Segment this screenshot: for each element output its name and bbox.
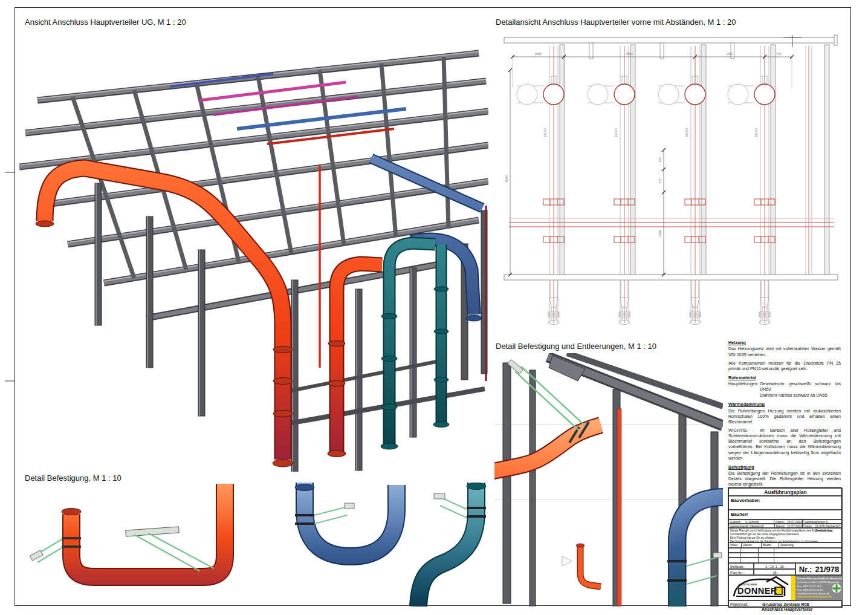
svg-text:3853: 3853 [626, 52, 633, 56]
view3-title: Detail Befestigung und Entleerungen, M 1… [496, 342, 656, 351]
view3-detail-drawing [494, 353, 723, 607]
hauptleitungen-label: Hauptleitungen: [728, 382, 760, 392]
plannr-value: - 15 - [754, 569, 795, 575]
svg-text:715: 715 [776, 52, 782, 56]
index-empty-row [728, 548, 843, 553]
notes-daemmung-title: Wärmedämmung [728, 402, 841, 407]
index-col: Index [729, 543, 742, 547]
riser-group: DN150 [658, 45, 706, 325]
dimension-labels-top: 1650 3853 2097 715 [534, 52, 781, 56]
svg-text:1368: 1368 [658, 230, 662, 236]
riser-partial [806, 45, 829, 276]
bauherr-box: Bauherr [728, 510, 843, 519]
notes-daemmung-p2: WICHTIG - Im Bereich aller Rollengleiter… [728, 428, 841, 461]
datum2-value: 11.07.2022 [787, 524, 802, 527]
bauherr-label: Bauherr [729, 510, 842, 517]
view4-detail-drawing [19, 483, 490, 607]
svg-text:1650: 1650 [534, 52, 542, 56]
notes-heizung-title: Heizung [728, 340, 841, 345]
notes-rohrmaterial-title: Rohrmaterial [728, 375, 841, 380]
detail-blue-ubend [295, 483, 397, 556]
hauptleitungen-label-spacer [728, 393, 760, 399]
hauptleitungen-value-2: Stahlrohr nahtlos schwarz ab DN65 [760, 393, 828, 399]
svg-text:571: 571 [658, 178, 662, 184]
plus-icon [832, 584, 841, 593]
aenderung-col: Änderung [779, 543, 794, 547]
svg-text:500: 500 [658, 157, 662, 163]
view2-elevation-drawing: DN150 [500, 34, 843, 331]
bearb-col: Bearb. [762, 543, 779, 547]
planinhalt-row-spacer [728, 600, 843, 608]
pipe-dn-label: DN150 [544, 128, 547, 137]
pipe-dn-label: DN150 [685, 128, 688, 137]
gezeichnet-row: Gezeichnet: A. Säuberlich Datum 11.07.20… [728, 524, 803, 528]
datei-row: Datei: 21-978-Zentrale.dwg [803, 524, 843, 528]
planinhalt-line2: Anschluss Hauptverteiler [762, 607, 812, 611]
view4-title: Detail Befestigung, M 1 : 10 [25, 473, 121, 483]
index-empty-row [728, 553, 843, 558]
sachbearbeiter-row: Sachbearbeiter: A. Säuberlich [803, 519, 843, 524]
datum2-label: Datum [774, 524, 788, 527]
donner-logo: HAUSTECHNIK DONNER [729, 576, 791, 600]
notes-befestigung-p1: Die Befestigung der Rohrleitungen ist in… [728, 471, 841, 487]
datum1-value: 15.07.2022 [787, 520, 802, 523]
top-beam [504, 35, 837, 59]
svg-text:4500: 4500 [505, 175, 508, 183]
bauvorhaben-label: Bauvorhaben [729, 496, 842, 503]
geprueft-label: Geprüft: [729, 520, 745, 523]
company-line: Donner Planung GmbH für Haustechnik [797, 577, 841, 581]
notes-heizung-p2: Alle Komponenten müssen für die Druckstu… [728, 361, 841, 372]
notes-heizung-p1: Das Heizungsnetz wird mit vollentsalzten… [728, 347, 841, 357]
pipe-dn-label: DN150 [755, 128, 758, 137]
hauptleitungen-value-1: Gewinderohr geschweißt schwarz bis DN50 [760, 382, 841, 392]
index-header-row: Index Datum Bearb. Änderung [728, 542, 843, 548]
sachbearbeiter-value: A. Säuberlich [826, 520, 842, 523]
notes-befestigung-title: Befestigung [728, 464, 841, 470]
datum1-label: Datum [774, 520, 787, 523]
view2-title: Detailansicht Anschluss Hauptverteiler v… [496, 18, 736, 27]
detail-teal-elbow [418, 483, 486, 607]
datei-label: Datei: [803, 524, 815, 527]
pipe-dn-label: DN150 [615, 128, 618, 137]
bottom-beam [504, 275, 838, 280]
gezeichnet-label: Gezeichnet: [729, 524, 746, 527]
dimension-chain-mid: 500 571 1368 [658, 148, 666, 276]
massstab-label: Maßstab: [728, 563, 754, 569]
white-arrow-marker [562, 556, 572, 566]
view1-isometric-drawing [19, 29, 488, 472]
geprueft-value: V. Schmid [745, 520, 774, 523]
drain-fittings [562, 544, 601, 587]
index-empty-row [728, 558, 843, 563]
riser-group: DN150 [517, 45, 565, 325]
datum-col: Datum [742, 543, 762, 547]
company-info-box: Donner Planung GmbH für Haustechnik Schw… [795, 576, 843, 600]
red-pipe-detail [494, 409, 621, 606]
orange-heating-pipes [36, 168, 382, 467]
disclaimer-box: Dieser Plan gilt nur in Verbindung mit d… [728, 528, 843, 542]
riser-group: DN150 [588, 45, 635, 325]
fold-mark-bottom [5, 380, 15, 382]
logo-underline [736, 596, 783, 597]
nr-value: 21/978 [815, 565, 839, 574]
fold-mark-top [5, 172, 15, 173]
geprueft-row: Geprüft: V. Schmid Datum 15.07.2022 [728, 519, 803, 524]
logo-brand: DONNER [737, 586, 777, 596]
riser-group: DN150 [728, 45, 776, 325]
titleblock-header: Ausführungsplan [728, 488, 843, 496]
logo-row: HAUSTECHNIK DONNER Donner Planung GmbH f… [728, 575, 843, 600]
notes-daemmung-p1: Die Rohrleitungen Heizung werden mit alu… [728, 409, 841, 425]
dimension-left: 4500 [505, 68, 512, 276]
svg-text:2097: 2097 [727, 52, 734, 56]
yellow-stripe [791, 576, 795, 600]
plan-sheet: Ansicht Anschluss Hauptverteiler UG, M 1… [0, 0, 868, 615]
gezeichnet-value: A. Säuberlich [746, 524, 774, 527]
detail-red-elbow [30, 484, 225, 577]
title-block: Ausführungsplan Bauvorhaben Bauherr Gepr… [728, 487, 842, 607]
bauvorhaben-box: Bauvorhaben [728, 496, 843, 510]
view1-title: Ansicht Anschluss Hauptverteiler UG, M 1… [25, 18, 186, 27]
massstab-value: 1 : 10, 1 : 20 [754, 563, 795, 569]
sachbearbeiter-label: Sachbearbeiter: [803, 520, 826, 523]
riser-groups: DN150 [517, 45, 829, 325]
datei-value: 21-978-Zentrale.dwg [815, 524, 842, 527]
plan-number-box: Nr.: 21/978 [795, 563, 843, 575]
